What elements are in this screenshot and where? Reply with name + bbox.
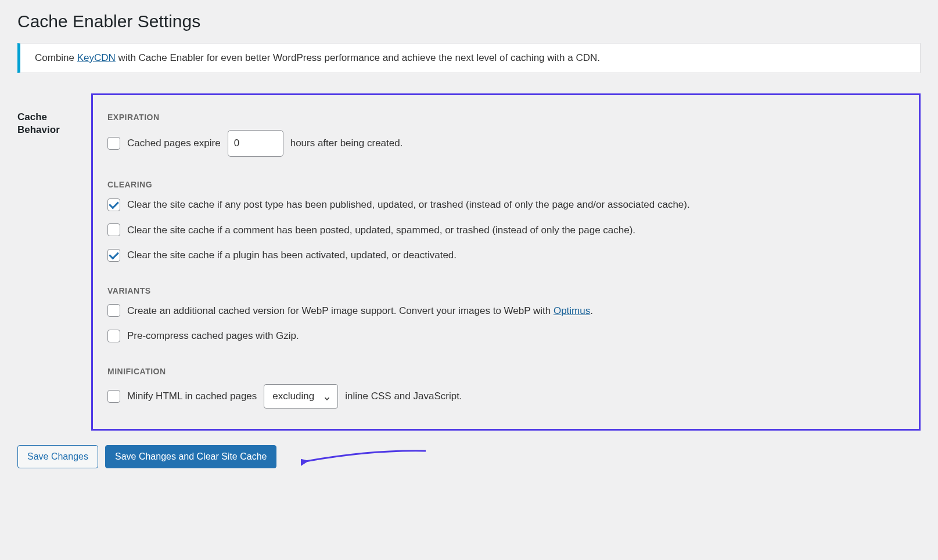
clearing-group: CLEARING Clear the site cache if any pos… <box>107 180 904 263</box>
submit-row: Save Changes Save Changes and Clear Site… <box>17 445 921 468</box>
clearing-post-type-checkbox[interactable] <box>107 198 120 211</box>
variants-heading: VARIANTS <box>107 286 904 295</box>
clearing-plugin-checkbox[interactable] <box>107 249 120 262</box>
variants-webp-label: Create an additional cached version for … <box>127 304 593 319</box>
save-button[interactable]: Save Changes <box>17 445 98 468</box>
clearing-plugin-label: Clear the site cache if a plugin has bee… <box>127 248 457 263</box>
minification-suffix: inline CSS and JavaScript. <box>345 389 462 404</box>
minification-mode-select[interactable]: excluding <box>264 384 338 409</box>
clearing-post-type-label: Clear the site cache if any post type ha… <box>127 197 690 212</box>
clearing-comment-label: Clear the site cache if a comment has be… <box>127 223 635 238</box>
page-title: Cache Enabler Settings <box>17 12 921 31</box>
notice-prefix: Combine <box>35 52 77 63</box>
minification-heading: MINIFICATION <box>107 367 904 376</box>
expiration-hours-input[interactable] <box>228 130 283 157</box>
clearing-comment-checkbox[interactable] <box>107 223 120 236</box>
expiration-group: EXPIRATION Cached pages expire hours aft… <box>107 113 904 157</box>
expiration-prefix: Cached pages expire <box>127 136 221 151</box>
minification-checkbox[interactable] <box>107 390 120 403</box>
notice-banner: Combine KeyCDN with Cache Enabler for ev… <box>17 43 921 73</box>
expiration-suffix: hours after being created. <box>290 136 403 151</box>
variants-gzip-checkbox[interactable] <box>107 330 120 342</box>
variants-webp-checkbox[interactable] <box>107 304 120 317</box>
expiration-heading: EXPIRATION <box>107 113 904 122</box>
notice-keycdn-link[interactable]: KeyCDN <box>77 52 116 63</box>
cache-behavior-panel: EXPIRATION Cached pages expire hours aft… <box>91 93 921 431</box>
expiration-checkbox[interactable] <box>107 137 120 150</box>
section-label-cache-behavior: Cache Behavior <box>17 93 82 136</box>
minification-prefix: Minify HTML in cached pages <box>127 389 257 404</box>
variants-gzip-label: Pre-compress cached pages with Gzip. <box>127 328 299 344</box>
clearing-heading: CLEARING <box>107 180 904 189</box>
minification-group: MINIFICATION Minify HTML in cached pages… <box>107 367 904 409</box>
annotation-arrow-icon <box>301 445 429 468</box>
variants-group: VARIANTS Create an additional cached ver… <box>107 286 904 344</box>
save-and-clear-button[interactable]: Save Changes and Clear Site Cache <box>105 445 277 468</box>
optimus-link[interactable]: Optimus <box>554 305 590 316</box>
notice-suffix: with Cache Enabler for even better WordP… <box>116 52 600 63</box>
